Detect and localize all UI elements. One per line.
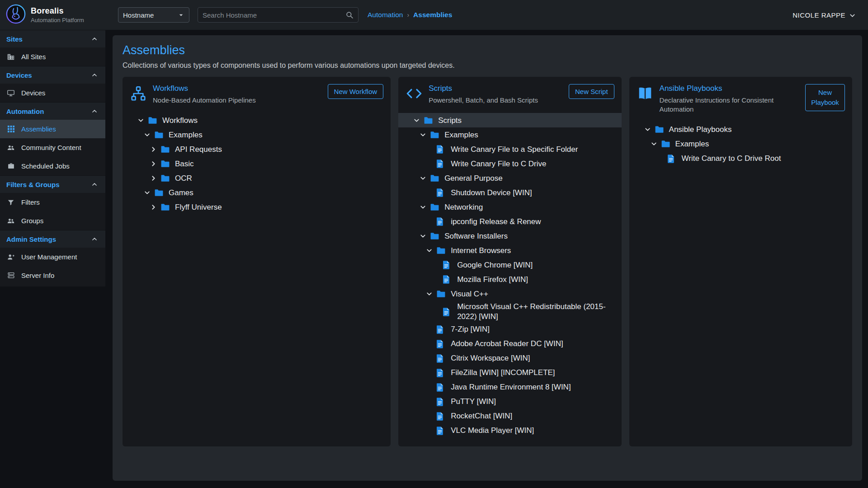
tree-folder-row[interactable]: Ansible Playbooks	[629, 122, 852, 137]
tree-file-row[interactable]: ipconfig Release & Renew	[398, 214, 621, 229]
tree-folder-row[interactable]: Workflows	[123, 113, 391, 127]
tree-folder-row[interactable]: Internet Browsers	[398, 243, 621, 258]
sidebar-item-groups[interactable]: Groups	[0, 211, 105, 230]
chevron-down-icon[interactable]	[419, 174, 430, 182]
search-input[interactable]	[203, 11, 345, 19]
new-script-button[interactable]: New Script	[569, 84, 614, 99]
chevron-up-icon	[91, 108, 98, 115]
file-icon	[436, 354, 446, 363]
sidebar-item-community-content[interactable]: Community Content	[0, 138, 105, 157]
tree-file-row[interactable]: 7-Zip [WIN]	[398, 322, 621, 337]
tree-file-row[interactable]: Java Runtime Environment 8 [WIN]	[398, 380, 621, 394]
tree-file-row[interactable]: Write Canary to C Drive Root	[629, 151, 852, 166]
tree-folder-row[interactable]: General Purpose	[398, 171, 621, 185]
tree-file-row[interactable]: RocketChat [WIN]	[398, 409, 621, 423]
tree-folder-row[interactable]: Examples	[123, 127, 391, 142]
breadcrumb-assemblies[interactable]: Assemblies	[413, 11, 452, 19]
scripts-tree: ScriptsExamplesWrite Canary File to a Sp…	[398, 113, 621, 438]
sidebar-item-assemblies[interactable]: Assemblies	[0, 120, 105, 138]
hostname-selector-value: Hostname	[123, 11, 154, 19]
tree-item-label: Shutdown Device [WIN]	[451, 188, 538, 197]
chevron-down-icon[interactable]	[137, 117, 148, 124]
new-playbook-button[interactable]: New Playbook	[805, 84, 845, 111]
tree-file-row[interactable]: Write Canary File to C Drive	[398, 156, 621, 171]
chevron-down-icon[interactable]	[419, 203, 430, 211]
hostname-selector[interactable]: Hostname	[118, 7, 189, 23]
hostname-search[interactable]	[198, 7, 359, 23]
tree-file-row[interactable]: Citrix Workspace [WIN]	[398, 351, 621, 366]
breadcrumb-automation[interactable]: Automation	[368, 11, 403, 19]
chevron-right-icon[interactable]	[150, 160, 160, 168]
sidebar-section-label: Sites	[6, 35, 23, 43]
folder-icon	[436, 290, 446, 298]
tree-item-label: Citrix Workspace [WIN]	[451, 353, 536, 363]
tree-folder-row[interactable]: Flyff Universe	[123, 200, 391, 214]
folder-icon	[160, 145, 170, 153]
tree-file-row[interactable]: Google Chrome [WIN]	[398, 258, 621, 272]
tree-item-label: ipconfig Release & Renew	[451, 217, 547, 226]
chevron-down-icon[interactable]	[419, 232, 430, 240]
sidebar-item-user-management[interactable]: User Management	[0, 248, 105, 266]
chevron-down-icon[interactable]	[413, 117, 424, 124]
tree-item-label: Microsoft Visual C++ Redistributable (20…	[457, 302, 621, 321]
folder-icon	[655, 126, 665, 133]
sidebar-section-label: Admin Settings	[6, 235, 56, 243]
sidebar-section-devices[interactable]: Devices	[0, 66, 105, 84]
sidebar-section-automation[interactable]: Automation	[0, 102, 105, 120]
sidebar-item-scheduled-jobs[interactable]: Scheduled Jobs	[0, 157, 105, 175]
people-icon	[6, 217, 15, 225]
sidebar-item-server-info[interactable]: Server Info	[0, 266, 105, 285]
chevron-down-icon[interactable]	[425, 290, 436, 298]
folder-icon	[661, 140, 671, 148]
chevron-down-icon[interactable]	[419, 131, 430, 139]
tree-folder-row[interactable]: Software Installers	[398, 229, 621, 243]
tree-file-row[interactable]: Microsoft Visual C++ Redistributable (20…	[398, 301, 621, 322]
tree-folder-row[interactable]: Scripts	[398, 113, 621, 127]
tree-file-row[interactable]: Adobe Acrobat Reader DC [WIN]	[398, 337, 621, 351]
tree-file-row[interactable]: VLC Media Player [WIN]	[398, 423, 621, 438]
book-icon	[637, 85, 654, 102]
workflows-card-title: Workflows	[153, 84, 322, 93]
tree-file-row[interactable]: PuTTY [WIN]	[398, 394, 621, 409]
tree-folder-row[interactable]: OCR	[123, 171, 391, 185]
tree-folder-row[interactable]: Examples	[398, 127, 621, 142]
grid-icon	[6, 125, 15, 133]
chevron-down-icon[interactable]	[650, 140, 661, 148]
sidebar: SitesAll SitesDevicesDevicesAutomationAs…	[0, 30, 105, 286]
tree-item-label: RocketChat [WIN]	[451, 411, 519, 421]
chevron-right-icon[interactable]	[150, 174, 160, 182]
sidebar-section-sites[interactable]: Sites	[0, 30, 105, 47]
sidebar-section-filters-groups[interactable]: Filters & Groups	[0, 175, 105, 193]
tree-file-row[interactable]: FileZilla [WIN] [INCOMPLETE]	[398, 366, 621, 380]
tree-folder-row[interactable]: Examples	[629, 137, 852, 151]
folder-icon	[160, 203, 170, 211]
tree-folder-row[interactable]: Networking	[398, 200, 621, 214]
tree-folder-row[interactable]: Visual C++	[398, 286, 621, 301]
tree-item-label: Software Installers	[444, 231, 514, 241]
chevron-right-icon[interactable]	[150, 203, 160, 211]
chevron-right-icon[interactable]	[150, 145, 160, 153]
sidebar-item-devices[interactable]: Devices	[0, 84, 105, 102]
user-menu[interactable]: NICOLE RAPPE	[793, 11, 868, 19]
tree-file-row[interactable]: Shutdown Device [WIN]	[398, 185, 621, 200]
tree-folder-row[interactable]: Basic	[123, 156, 391, 171]
chevron-down-icon[interactable]	[143, 131, 154, 139]
user-name: NICOLE RAPPE	[793, 11, 845, 19]
sidebar-item-filters[interactable]: Filters	[0, 193, 105, 211]
playbooks-tree: Ansible PlaybooksExamplesWrite Canary to…	[629, 122, 852, 166]
tree-file-row[interactable]: Mozilla Firefox [WIN]	[398, 272, 621, 286]
file-icon	[667, 154, 677, 163]
chevron-down-icon[interactable]	[143, 189, 154, 197]
chevron-down-icon[interactable]	[644, 126, 655, 133]
tree-folder-row[interactable]: API Requests	[123, 142, 391, 156]
sidebar-section-admin-settings[interactable]: Admin Settings	[0, 230, 105, 248]
tree-file-row[interactable]: Write Canary File to a Specific Folder	[398, 142, 621, 156]
sidebar-item-all-sites[interactable]: All Sites	[0, 47, 105, 66]
chevron-down-icon[interactable]	[425, 247, 436, 254]
file-icon	[436, 383, 446, 392]
workflows-card-subtitle: Node-Based Automation Pipelines	[153, 96, 322, 105]
chevron-up-icon	[91, 235, 98, 243]
tree-folder-row[interactable]: Games	[123, 185, 391, 200]
new-workflow-button[interactable]: New Workflow	[328, 84, 384, 99]
topbar: Borealis Automation Platform Hostname Au…	[0, 0, 868, 30]
